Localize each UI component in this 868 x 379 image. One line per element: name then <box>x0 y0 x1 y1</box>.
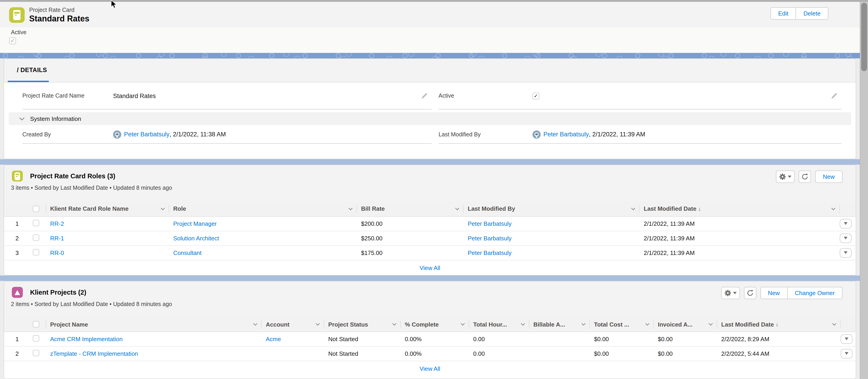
edit-button[interactable]: Edit <box>770 7 796 20</box>
scrollbar-thumb[interactable] <box>861 3 867 71</box>
details-tabbar: / DETAILS <box>4 59 856 83</box>
rate-card-roles-table: Klient Rate Card Role Name Role Bill Rat… <box>4 202 856 260</box>
role-link[interactable]: Project Manager <box>173 220 217 227</box>
field-value: Standard Rates <box>113 92 421 99</box>
billable-cell <box>529 331 590 346</box>
gear-icon <box>724 290 731 296</box>
complete-cell: 0.00% <box>401 331 469 346</box>
modified-by-link[interactable]: Peter Barbatsuly <box>468 250 512 256</box>
field-created-by: Created By Peter Barbatsuly , 2/1/2022, … <box>22 125 432 144</box>
mouse-cursor <box>111 0 118 9</box>
gear-icon <box>779 173 786 180</box>
total-hours-cell: 0.00 <box>469 346 529 361</box>
column-header: Last Modified By <box>468 205 515 212</box>
chevron-down-icon <box>831 207 836 210</box>
record-actions: Edit Delete <box>770 7 828 20</box>
row-actions-button[interactable] <box>840 219 851 228</box>
chevron-down-icon <box>253 323 257 326</box>
select-all-checkbox[interactable] <box>33 206 39 212</box>
list-settings-button[interactable] <box>721 287 740 299</box>
role-record-link[interactable]: RR-1 <box>50 235 64 241</box>
related-list-subtitle: 2 items • Sorted by Last Modified Date •… <box>11 301 172 308</box>
modified-by-link[interactable]: Peter Barbatsuly <box>468 235 512 241</box>
sort-desc-icon: ↓ <box>776 321 778 328</box>
modified-date-cell: 2/1/2022, 11:39 AM <box>640 216 840 231</box>
role-link[interactable]: Consultant <box>173 250 202 256</box>
system-information-section[interactable]: System Information <box>9 112 851 125</box>
chevron-down-icon <box>19 117 25 120</box>
delete-button[interactable]: Delete <box>796 7 828 20</box>
vertical-scrollbar[interactable] <box>860 2 868 379</box>
row-checkbox[interactable] <box>33 234 39 240</box>
select-all-checkbox[interactable] <box>33 321 39 328</box>
created-datetime: , 2/1/2022, 11:38 AM <box>169 131 226 138</box>
background-band <box>0 159 868 165</box>
view-all-link[interactable]: View All <box>420 365 440 372</box>
edit-pencil-icon[interactable] <box>831 93 837 99</box>
refresh-button[interactable] <box>744 287 756 299</box>
modified-date-cell: 2/1/2022, 11:39 AM <box>640 231 840 245</box>
column-header-sorted: Last Modified Date <box>721 321 774 328</box>
new-button[interactable]: New <box>815 171 842 183</box>
role-record-link[interactable]: RR-2 <box>50 220 64 227</box>
chevron-down-icon <box>460 323 465 326</box>
modified-by-link[interactable]: Peter Barbatsuly <box>468 220 512 227</box>
row-checkbox[interactable] <box>33 220 39 226</box>
field-label: Created By <box>22 131 113 138</box>
row-checkbox[interactable] <box>33 350 39 356</box>
role-record-link[interactable]: RR-0 <box>50 250 64 256</box>
row-actions-button[interactable] <box>840 248 851 258</box>
chevron-down-icon <box>521 323 525 326</box>
active-checkbox: ✓ <box>532 93 539 99</box>
row-checkbox[interactable] <box>33 335 39 341</box>
created-by-user-link[interactable]: Peter Barbatsuly <box>124 131 169 138</box>
list-settings-button[interactable] <box>776 171 795 183</box>
new-button[interactable]: New <box>760 287 787 299</box>
rate-card-icon <box>12 171 23 181</box>
project-link[interactable]: zTemplate - CRM Implementation <box>50 350 138 357</box>
projects-icon <box>12 287 23 298</box>
row-actions-button[interactable] <box>841 334 852 344</box>
row-checkbox[interactable] <box>33 249 39 255</box>
row-actions-button[interactable] <box>840 233 851 243</box>
account-link[interactable]: Acme <box>266 336 281 342</box>
table-row: 2 zTemplate - CRM Implementation Not Sta… <box>4 346 856 361</box>
modified-date-cell: 2/2/2022, 5:44 AM <box>717 346 841 361</box>
invoiced-cell: $0.00 <box>654 331 717 346</box>
field-label: Active <box>439 93 532 99</box>
project-link[interactable]: Acme CRM Implementation <box>50 336 123 342</box>
status-cell: Not Started <box>324 331 401 346</box>
bill-rate-cell: $250.00 <box>357 231 464 245</box>
billable-cell <box>529 346 590 361</box>
chevron-down-icon <box>392 323 397 326</box>
role-link[interactable]: Solution Architect <box>173 235 219 241</box>
row-actions-button[interactable] <box>841 349 852 358</box>
chevron-down-icon <box>733 292 737 294</box>
tab-details[interactable]: / DETAILS <box>17 66 47 74</box>
table-row: 1 RR-2 Project Manager $200.00 Peter Bar… <box>4 216 856 231</box>
chevron-down-icon <box>455 207 460 210</box>
chevron-down-icon <box>788 176 792 178</box>
chevron-down-icon <box>315 323 320 326</box>
column-header: Total Hour... <box>473 321 507 328</box>
view-all-link[interactable]: View All <box>420 264 440 271</box>
column-header: Project Status <box>328 321 368 328</box>
column-header: Klient Rate Card Role Name <box>50 205 129 212</box>
window-edge <box>0 0 868 2</box>
related-list-title: Project Rate Card Roles (3) <box>30 172 115 180</box>
table-row: 1 Acme CRM Implementation Acme Not Start… <box>4 331 856 346</box>
rate-card-icon <box>9 7 25 23</box>
column-header: Invoiced A... <box>658 321 692 328</box>
edit-pencil-icon[interactable] <box>421 93 427 99</box>
field-active: Active ✓ <box>439 83 842 110</box>
chevron-down-icon <box>832 323 837 326</box>
column-header: Billable A... <box>533 321 565 328</box>
bill-rate-cell: $200.00 <box>357 216 464 231</box>
complete-cell: 0.00% <box>401 346 469 361</box>
refresh-icon <box>801 173 808 180</box>
section-title: System Information <box>30 115 81 122</box>
related-list-subtitle: 3 items • Sorted by Last Modified Date •… <box>11 185 172 191</box>
last-modified-by-user-link[interactable]: Peter Barbatsuly <box>544 131 589 138</box>
change-owner-button[interactable]: Change Owner <box>787 287 842 299</box>
refresh-button[interactable] <box>799 171 811 183</box>
